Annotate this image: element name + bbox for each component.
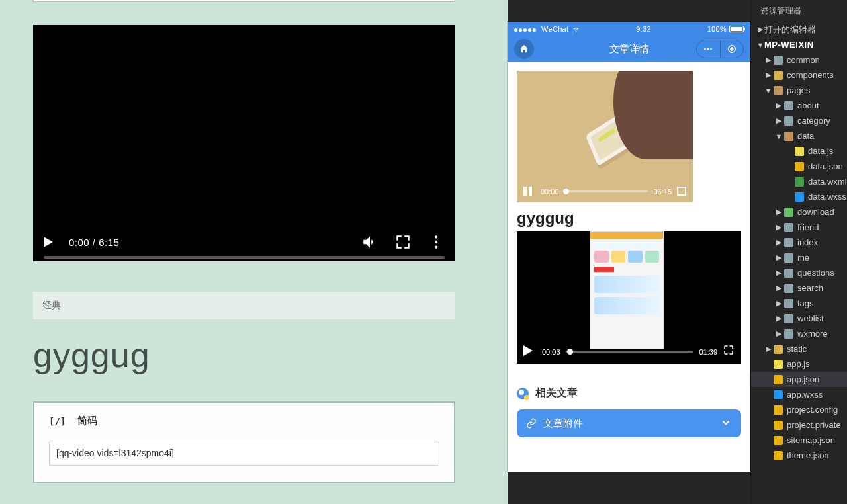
phone-content: 00:00 06:15 gyggug 00:03 [508, 62, 750, 373]
file-project-private[interactable]: project.private [751, 417, 847, 433]
folder-wxmore[interactable]: ▶wxmore [751, 326, 847, 341]
phone-frame: WeChat 9:32 100% 文章详情 [508, 22, 750, 472]
top-collapsed-box [33, 0, 455, 2]
folder-search[interactable]: ▶search [751, 280, 847, 296]
status-time: 9:32 [636, 25, 651, 33]
explorer-title: 资源管理器 [751, 0, 847, 22]
video2-current: 00:03 [542, 348, 560, 356]
article-title: gyggug [517, 209, 741, 228]
carrier-label: WeChat [541, 25, 568, 33]
section-open-editors[interactable]: ▶打开的编辑器 [751, 22, 847, 37]
video1-current: 00:00 [541, 188, 559, 196]
video1-track[interactable] [564, 190, 648, 192]
signal-icon [514, 25, 537, 33]
shortcode-label: 简码 [77, 415, 97, 427]
file-app-js[interactable]: app.js [751, 357, 847, 372]
capsule-close-icon[interactable] [721, 40, 744, 58]
simulator-panel: WeChat 9:32 100% 文章详情 [508, 0, 750, 504]
file-project-config[interactable]: project.config [751, 402, 847, 417]
folder-about[interactable]: ▶about [751, 98, 847, 113]
play-icon[interactable] [44, 237, 53, 247]
video2-track[interactable] [566, 351, 694, 353]
video2-frame-screenshot [590, 231, 664, 349]
video-duration: 6:15 [99, 237, 119, 248]
folder-weblist[interactable]: ▶weblist [751, 311, 847, 326]
explorer-panel: 资源管理器 ▶打开的编辑器 ▼MP-WEIXIN ▶common ▶compon… [750, 0, 847, 504]
tag-box[interactable]: 经典 [33, 292, 455, 319]
folder-questions[interactable]: ▶questions [751, 265, 847, 280]
video2-duration: 01:39 [699, 348, 717, 356]
folder-pages[interactable]: ▼pages [751, 83, 847, 98]
navbar-title: 文章详情 [609, 43, 649, 56]
pause-icon[interactable] [523, 187, 535, 196]
file-data-wxss[interactable]: data.wxss [751, 189, 847, 204]
home-button[interactable] [514, 39, 534, 59]
svg-point-0 [435, 235, 437, 238]
section-root[interactable]: ▼MP-WEIXIN [751, 37, 847, 52]
attachment-icon [526, 418, 537, 429]
file-app-json[interactable]: app.json [751, 372, 847, 387]
phone-navbar: 文章详情 [508, 36, 750, 62]
file-theme-json[interactable]: theme.json [751, 448, 847, 463]
page-title: gyggug [33, 335, 508, 375]
svg-point-2 [435, 245, 437, 248]
play-icon[interactable] [523, 345, 533, 356]
file-sitemap-json[interactable]: sitemap.json [751, 433, 847, 448]
fullscreen-icon[interactable] [394, 233, 412, 251]
phone-statusbar: WeChat 9:32 100% [508, 22, 750, 36]
svg-point-4 [707, 48, 709, 50]
folder-download[interactable]: ▶download [751, 204, 847, 220]
folder-index[interactable]: ▶index [751, 235, 847, 250]
fullscreen-icon[interactable] [723, 344, 735, 356]
capsule-button[interactable] [696, 40, 744, 58]
volume-icon[interactable] [361, 233, 379, 251]
attachment-label: 文章附件 [543, 417, 583, 430]
shortcode-input[interactable] [49, 441, 439, 466]
related-label: 相关文章 [535, 386, 578, 400]
folder-category[interactable]: ▶category [751, 113, 847, 128]
svg-point-7 [731, 48, 733, 50]
section-label: 打开的编辑器 [764, 24, 816, 36]
folder-components[interactable]: ▶components [751, 67, 847, 83]
chevron-down-icon [720, 417, 732, 431]
video-progress-track[interactable] [44, 256, 445, 259]
folder-common[interactable]: ▶common [751, 52, 847, 67]
root-label: MP-WEIXIN [764, 40, 814, 50]
shortcode-box: [/] 简码 [33, 401, 455, 483]
video-current: 0:00 [69, 237, 89, 248]
folder-data[interactable]: ▼data [751, 128, 847, 144]
attachment-bar[interactable]: 文章附件 [517, 409, 741, 437]
wifi-icon [572, 26, 580, 33]
file-app-wxss[interactable]: app.wxss [751, 387, 847, 402]
shortcode-icon: [/] [49, 416, 66, 427]
file-data-wxml[interactable]: data.wxml [751, 174, 847, 189]
svg-point-5 [710, 48, 712, 50]
folder-friend[interactable]: ▶friend [751, 220, 847, 235]
article-video-1[interactable]: 00:00 06:15 [517, 71, 693, 202]
related-articles-header: 相关文章 [508, 386, 750, 400]
video-time: 0:00 / 6:15 [69, 237, 119, 248]
editor-left-panel: 0:00 / 6:15 经典 gyggug [/] 简码 [0, 0, 508, 504]
file-data-json[interactable]: data.json [751, 159, 847, 174]
folder-tags[interactable]: ▶tags [751, 296, 847, 311]
battery-icon [729, 26, 744, 32]
article-video-2[interactable]: 00:03 01:39 [517, 231, 741, 364]
file-data-js[interactable]: data.js [751, 144, 847, 159]
more-icon[interactable] [427, 233, 445, 251]
svg-point-1 [435, 241, 437, 243]
folder-me[interactable]: ▶me [751, 250, 847, 265]
desktop-video-player[interactable]: 0:00 / 6:15 [33, 25, 455, 261]
video1-duration: 06:15 [653, 188, 672, 196]
capsule-menu-icon[interactable] [697, 40, 720, 58]
svg-point-3 [704, 48, 706, 50]
battery-label: 100% [707, 25, 727, 33]
related-icon [517, 388, 529, 399]
fullscreen-icon[interactable] [677, 187, 686, 196]
folder-static[interactable]: ▶static [751, 341, 847, 357]
